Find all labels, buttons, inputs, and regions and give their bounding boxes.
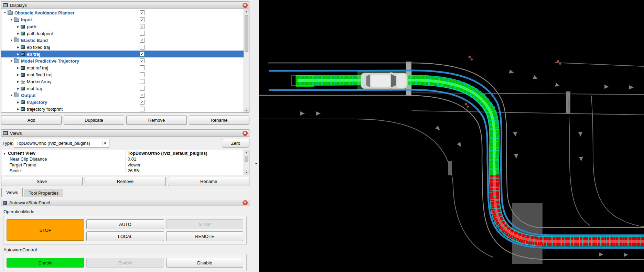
disable-button[interactable]: Disable (166, 258, 243, 268)
property-value[interactable]: TopDownOrtho (rviz_default_plugins) (125, 151, 249, 156)
scroll-up-icon[interactable] (244, 9, 249, 14)
property-row[interactable]: Near Clip Distance 0.01 (1, 156, 249, 162)
views-panel-titlebar[interactable]: Views (1, 129, 249, 137)
expand-arrow-icon[interactable] (16, 46, 20, 49)
close-icon[interactable] (243, 131, 248, 136)
property-name[interactable]: Target Frame (1, 162, 125, 167)
visibility-checkbox[interactable] (140, 52, 144, 56)
stop-button[interactable]: STOP (7, 219, 84, 241)
property-name[interactable]: Near Clip Distance (1, 156, 125, 162)
state-panel-titlebar[interactable]: AutowareStatePanel (1, 199, 249, 206)
tree-row-label: Input (21, 17, 32, 22)
close-icon[interactable] (243, 200, 248, 205)
displays-panel-titlebar[interactable]: Displays (1, 1, 249, 9)
enable-button[interactable]: Enable (7, 258, 84, 268)
property-row[interactable]: Target Frame viewer (1, 162, 249, 168)
property-value[interactable]: 26.55 (125, 168, 249, 173)
auto-button[interactable]: AUTO (86, 219, 164, 229)
dock-collapse-arrow-icon[interactable] (254, 157, 258, 169)
tree-row-path[interactable]: path (1, 23, 244, 30)
tree-row-input[interactable]: Input (1, 16, 244, 23)
display-icon (21, 52, 25, 56)
tree-row-mpt-fixed-traj[interactable]: mpt fixed traj (1, 71, 244, 78)
expand-arrow-icon[interactable] (16, 73, 20, 76)
expand-arrow-icon[interactable] (16, 108, 20, 111)
tree-row-elastic-band[interactable]: Elastic Band (1, 37, 244, 44)
visibility-checkbox[interactable] (140, 38, 144, 43)
expand-arrow-icon[interactable] (16, 66, 20, 69)
visibility-checkbox[interactable] (140, 10, 144, 15)
tree-row-mpt-ref-traj[interactable]: mpt ref traj (1, 64, 244, 71)
property-name[interactable]: Current View (1, 151, 125, 156)
property-value[interactable]: 0.01 (125, 156, 249, 162)
expand-arrow-icon[interactable] (16, 101, 20, 104)
render-viewport[interactable] (259, 0, 644, 272)
stop-disabled-button[interactable]: STOP (166, 219, 243, 229)
property-row[interactable]: Current View TopDownOrtho (rviz_default_… (1, 150, 249, 156)
visibility-checkbox[interactable] (140, 17, 144, 22)
tree-row-trajectory[interactable]: trajectory (1, 99, 244, 106)
tree-row-model-predictive-trajectory[interactable]: Model Predictive Trajectory (1, 57, 244, 64)
local-button[interactable]: LOCAL (86, 231, 164, 241)
add-button[interactable]: Add (1, 116, 62, 125)
enable-disabled-button[interactable]: Enable (86, 258, 164, 268)
visibility-checkbox[interactable] (140, 107, 144, 111)
visibility-checkbox[interactable] (140, 93, 144, 98)
visibility-checkbox[interactable] (140, 24, 144, 29)
operation-mode-group: STOP AUTO STOP LOCAL REMOTE (3, 216, 247, 245)
visibility-checkbox[interactable] (140, 72, 144, 77)
tree-row-output[interactable]: Output (1, 92, 244, 99)
view-type-value: TopDownOrtho (rviz_default_plugins) (17, 141, 102, 146)
expand-arrow-icon[interactable] (16, 87, 20, 90)
scrollbar-thumb[interactable] (245, 156, 248, 162)
scroll-up-icon[interactable] (244, 150, 249, 155)
collapse-arrow-icon[interactable] (9, 59, 14, 63)
displays-tree-scrollbar[interactable] (244, 9, 249, 112)
tree-row-eb-traj[interactable]: eb traj (1, 51, 244, 57)
tree-row-path-footprint[interactable]: path footprint (1, 30, 244, 37)
scroll-down-icon[interactable] (244, 170, 249, 175)
view-type-select[interactable]: TopDownOrtho (rviz_default_plugins) (14, 139, 109, 148)
visibility-checkbox[interactable] (140, 45, 144, 50)
collapse-arrow-icon[interactable] (9, 18, 14, 21)
view-properties-scrollbar[interactable] (244, 150, 249, 175)
remove-button[interactable]: Remove (126, 116, 187, 125)
collapse-arrow-icon[interactable] (9, 39, 14, 42)
expand-arrow-icon[interactable] (16, 80, 20, 83)
visibility-checkbox[interactable] (140, 65, 144, 70)
visibility-checkbox[interactable] (140, 86, 144, 91)
scroll-down-icon[interactable] (244, 108, 249, 112)
visibility-checkbox[interactable] (140, 100, 144, 105)
tree-row-markerarray[interactable]: MarkerArray (1, 78, 244, 85)
tree-row-mpt-traj[interactable]: mpt traj (1, 85, 244, 92)
tree-row-obstacle-avoidance-planner[interactable]: Obstacle Avoidance Planner (1, 9, 244, 16)
property-name[interactable]: Scale (1, 168, 125, 173)
tree-row-eb-fixed-traj[interactable]: eb fixed traj (1, 44, 244, 51)
tree-row-trajectory-footprint[interactable]: trajectory footprint (1, 106, 244, 112)
duplicate-button[interactable]: Duplicate (64, 116, 124, 125)
remove-view-button[interactable]: Remove (85, 177, 166, 186)
expand-arrow-icon[interactable] (16, 53, 20, 56)
visibility-checkbox[interactable] (140, 58, 144, 63)
visibility-checkbox[interactable] (140, 31, 144, 36)
expand-arrow-icon[interactable] (16, 25, 20, 28)
scrollbar-thumb[interactable] (245, 15, 248, 52)
remote-button[interactable]: REMOTE (166, 231, 243, 241)
expand-arrow-icon[interactable] (16, 32, 20, 35)
tab-tool-properties[interactable]: Tool Properties (24, 189, 63, 197)
rename-view-button[interactable]: Rename (168, 177, 249, 186)
close-icon[interactable] (243, 3, 248, 8)
property-value[interactable]: viewer (125, 162, 249, 167)
visibility-checkbox[interactable] (140, 79, 144, 84)
zero-button[interactable]: Zero (222, 139, 249, 148)
folder-icon (14, 59, 19, 63)
property-row[interactable]: Scale 26.55 (1, 168, 249, 174)
collapse-arrow-icon[interactable] (9, 94, 14, 97)
folder-icon (14, 94, 19, 97)
tab-views[interactable]: Views (1, 188, 23, 197)
state-panel-icon (3, 201, 7, 205)
rename-button[interactable]: Rename (189, 116, 249, 125)
scene-canvas[interactable] (259, 0, 644, 272)
collapse-arrow-icon[interactable] (3, 11, 7, 14)
save-button[interactable]: Save (1, 177, 83, 186)
